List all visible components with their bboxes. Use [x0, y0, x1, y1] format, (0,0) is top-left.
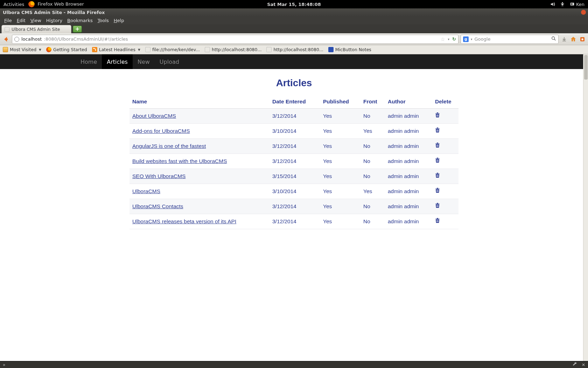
col-name[interactable]: Name: [130, 95, 270, 109]
window-close-button[interactable]: [581, 10, 586, 15]
cell-name: About UlboraCMS: [130, 109, 270, 124]
site-identity-icon[interactable]: [14, 37, 19, 42]
menu-view[interactable]: View: [28, 17, 43, 24]
cell-delete: [432, 169, 458, 184]
article-link[interactable]: AngularJS is one of the fastest: [132, 143, 206, 149]
cell-published: Yes: [320, 169, 360, 184]
menu-help[interactable]: Help: [112, 17, 126, 24]
col-delete[interactable]: Delete: [432, 95, 458, 109]
bookmark-item[interactable]: http://localhost:8080...: [205, 47, 261, 52]
addon-bar-expand-icon[interactable]: »: [3, 362, 5, 367]
volume-icon[interactable]: [550, 2, 555, 7]
downloads-button[interactable]: [561, 36, 568, 43]
col-published[interactable]: Published: [320, 95, 360, 109]
home-button[interactable]: [570, 36, 577, 43]
menu-tools[interactable]: Tools: [96, 17, 111, 24]
cell-date: 3/12/2014: [270, 199, 320, 214]
cell-front: No: [360, 154, 385, 169]
chevron-down-icon: ▼: [39, 48, 41, 52]
col-front[interactable]: Front: [360, 95, 385, 109]
bookmark-item[interactable]: MicButton Notes: [328, 47, 371, 52]
user-menu[interactable]: Ken: [570, 2, 584, 7]
article-link[interactable]: UlboraCMS releases beta version of its A…: [132, 218, 236, 224]
cell-name: Build websites fast with the UlboraCMS: [130, 154, 270, 169]
bookmark-label: MicButton Notes: [335, 47, 371, 52]
nav-articles[interactable]: Articles: [102, 54, 133, 69]
browser-tab[interactable]: Ulbora CMS Admin Site: [1, 25, 71, 33]
trash-icon[interactable]: [435, 203, 441, 209]
article-link[interactable]: Build websites fast with the UlboraCMS: [132, 158, 227, 164]
activities-button[interactable]: Activities: [4, 2, 24, 7]
cell-author: admin admin: [385, 199, 432, 214]
nav-new[interactable]: New: [133, 54, 155, 69]
cell-published: Yes: [320, 199, 360, 214]
trash-icon[interactable]: [435, 127, 441, 134]
cell-delete: [432, 124, 458, 139]
cell-author: admin admin: [385, 124, 432, 139]
cell-published: Yes: [320, 184, 360, 199]
cell-delete: [432, 154, 458, 169]
article-link[interactable]: SEO With UlboraCMS: [132, 173, 186, 179]
bookmark-item[interactable]: http://localhost:8080...: [266, 47, 323, 52]
window-titlebar: Ulbora CMS Admin Site - Mozilla Firefox: [0, 8, 588, 16]
google-engine-icon[interactable]: g: [463, 36, 469, 42]
search-bar[interactable]: g ▾ Google: [461, 35, 559, 44]
addon-bar-close-icon[interactable]: ✕: [582, 362, 585, 367]
col-author[interactable]: Author: [385, 95, 432, 109]
cell-front: No: [360, 199, 385, 214]
cell-front: No: [360, 139, 385, 154]
svg-rect-5: [562, 41, 566, 41]
folder-icon: [3, 47, 8, 52]
nav-home[interactable]: Home: [76, 54, 102, 69]
search-go-icon[interactable]: [551, 36, 556, 42]
svg-line-4: [554, 39, 556, 41]
article-link[interactable]: UlboraCMS Contacts: [132, 203, 183, 209]
cell-front: No: [360, 109, 385, 124]
bookmark-item[interactable]: Getting Started: [46, 47, 87, 52]
trash-icon[interactable]: [435, 142, 441, 149]
article-link[interactable]: About UlboraCMS: [132, 113, 176, 119]
scrollbar-thumb[interactable]: [584, 55, 588, 80]
accessibility-icon[interactable]: [560, 2, 565, 7]
menu-history[interactable]: History: [44, 17, 64, 24]
app-navbar: HomeArticlesNewUpload: [0, 54, 588, 69]
bookmark-label: file:///home/ken/dev...: [152, 47, 200, 52]
bookmark-item[interactable]: file:///home/ken/dev...: [145, 47, 200, 52]
nav-toolbar: localhost:8080/UlboraCmsAdminUI/#!/artic…: [0, 33, 588, 45]
bookmark-star-icon[interactable]: ☆: [441, 36, 445, 42]
back-button[interactable]: [2, 35, 10, 43]
cell-date: 3/12/2014: [270, 109, 320, 124]
reload-button[interactable]: ↻: [452, 36, 456, 42]
menu-bookmarks[interactable]: Bookmarks: [65, 17, 95, 24]
cell-date: 3/15/2014: [270, 169, 320, 184]
trash-icon[interactable]: [435, 172, 441, 179]
menu-edit[interactable]: Edit: [15, 17, 28, 24]
search-engine-dropdown[interactable]: ▾: [471, 38, 472, 41]
bookmark-item[interactable]: Latest Headlines▼: [92, 47, 140, 52]
article-link[interactable]: Add-ons for UlboraCMS: [132, 128, 190, 134]
active-app[interactable]: Firefox Web Browser: [28, 1, 84, 7]
bookmark-item[interactable]: Most Visited▼: [3, 47, 41, 52]
trash-icon[interactable]: [435, 188, 441, 194]
vertical-scrollbar[interactable]: [583, 54, 588, 361]
new-tab-button[interactable]: +: [73, 26, 82, 33]
cell-front: Yes: [360, 124, 385, 139]
page-icon: [266, 47, 272, 52]
clock[interactable]: Sat Mar 15, 18:48:08: [267, 2, 321, 7]
article-link[interactable]: UlboraCMS: [132, 188, 160, 194]
trash-icon[interactable]: [435, 112, 441, 118]
nav-upload[interactable]: Upload: [155, 54, 184, 69]
url-history-dropdown[interactable]: ▾: [448, 38, 450, 41]
bookmarks-menu-button[interactable]: [579, 36, 586, 43]
col-date-entered[interactable]: Date Entered: [270, 95, 320, 109]
cell-front: No: [360, 214, 385, 229]
trash-icon[interactable]: [435, 157, 441, 164]
cell-date: 3/10/2014: [270, 184, 320, 199]
url-bar[interactable]: localhost:8080/UlboraCmsAdminUI/#!/artic…: [12, 35, 458, 44]
wrench-icon[interactable]: [573, 362, 578, 367]
trash-icon[interactable]: [435, 218, 441, 224]
table-row: AngularJS is one of the fastest3/12/2014…: [130, 139, 458, 154]
menu-file[interactable]: File: [2, 17, 14, 24]
cell-date: 3/12/2014: [270, 214, 320, 229]
cell-name: UlboraCMS: [130, 184, 270, 199]
